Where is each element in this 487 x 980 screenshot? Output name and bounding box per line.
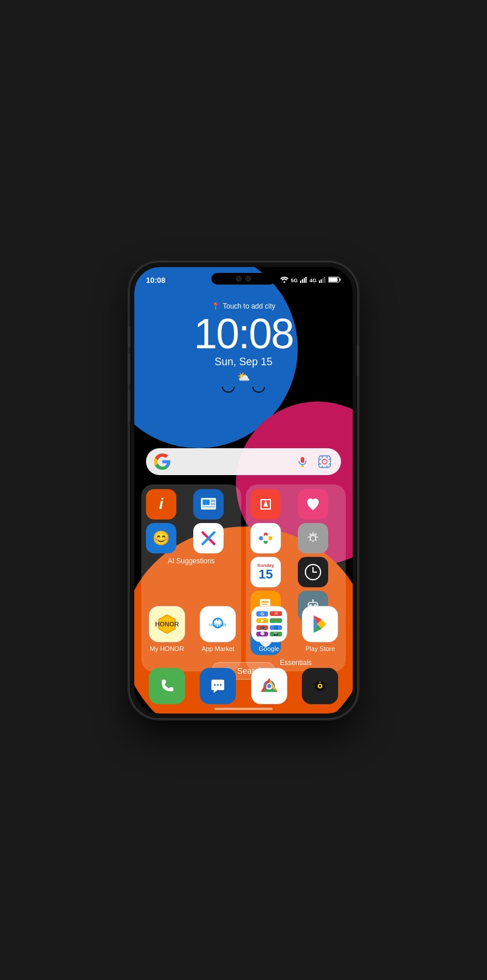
svg-rect-1 — [302, 279, 303, 283]
app-play-store[interactable]: Play Store — [299, 606, 341, 652]
google-logo — [154, 453, 171, 470]
mute-button — [128, 327, 130, 348]
clock-widget[interactable]: 📍 Touch to add city 10:08 Sun, Sep 15 ⛅ — [134, 302, 353, 393]
eye-right — [252, 387, 265, 393]
app-health-icon[interactable] — [298, 489, 328, 520]
app-weather-chat-icon[interactable]: 😊 — [146, 523, 176, 553]
app-calendar-icon[interactable]: Sunday 15 — [251, 557, 281, 587]
svg-rect-7 — [324, 277, 325, 283]
svg-point-30 — [311, 536, 315, 541]
clock-time: 10:08 — [194, 313, 293, 355]
app-brush-icon[interactable] — [251, 489, 281, 520]
camera-notch — [211, 273, 276, 285]
svg-rect-36 — [262, 604, 267, 605]
svg-rect-3 — [305, 277, 307, 283]
app-play-store-icon[interactable] — [302, 606, 338, 642]
lens-icon[interactable] — [316, 453, 333, 470]
google-search-bar[interactable] — [146, 448, 341, 475]
app-settings-icon[interactable] — [298, 523, 328, 553]
svg-point-27 — [259, 536, 263, 540]
status-time: 10:08 — [146, 276, 165, 285]
svg-text:HONOR: HONOR — [209, 622, 227, 628]
app-market[interactable]: HONOR App Market — [197, 606, 239, 652]
svg-rect-13 — [319, 456, 331, 468]
app-google[interactable]: G ✉ ▶ 📍 📺 🔵 💬 📸 Google — [248, 606, 290, 652]
volume-down-button — [128, 390, 130, 422]
app-my-honor-icon[interactable]: HONOR — [149, 606, 185, 642]
battery-icon — [328, 276, 341, 284]
svg-rect-0 — [300, 281, 301, 283]
dock-chrome[interactable] — [251, 668, 287, 704]
svg-rect-2 — [304, 278, 305, 283]
weather-icon: ⛅ — [237, 370, 250, 383]
svg-point-25 — [269, 536, 273, 540]
svg-point-62 — [267, 684, 271, 688]
clock-location[interactable]: 📍 Touch to add city — [211, 302, 275, 310]
svg-line-48 — [215, 619, 215, 621]
4g-icon: 4G — [309, 278, 316, 283]
app-market-icon[interactable]: HONOR — [200, 606, 236, 642]
app-info-icon[interactable]: i — [146, 489, 176, 520]
home-indicator — [214, 708, 273, 710]
power-button — [357, 344, 359, 376]
dock-music[interactable] — [302, 668, 338, 704]
svg-rect-17 — [211, 500, 215, 502]
dock — [141, 668, 346, 704]
folder-ai-label: AI Suggestions — [146, 557, 236, 565]
svg-rect-4 — [319, 281, 320, 283]
signal-icon — [300, 276, 307, 284]
svg-line-49 — [220, 619, 221, 621]
apps-row: HONOR My HONOR HONOR — [141, 606, 346, 652]
wifi-icon — [280, 276, 288, 284]
app-play-store-label: Play Store — [305, 645, 335, 652]
face-decoration — [222, 387, 265, 393]
svg-rect-9 — [340, 279, 341, 281]
clock-weather: ⛅ — [237, 370, 250, 383]
svg-point-57 — [217, 684, 219, 685]
folder-ai-grid: i — [146, 489, 236, 553]
camera-dot-right — [245, 276, 251, 282]
app-photos-icon[interactable] — [251, 523, 281, 553]
app-google-icon[interactable]: G ✉ ▶ 📍 📺 🔵 💬 📸 — [251, 606, 287, 642]
app-google-label: Google — [259, 645, 279, 652]
svg-point-67 — [319, 681, 321, 683]
svg-point-66 — [319, 685, 321, 687]
camera-dot-left — [236, 276, 242, 282]
app-slides-icon[interactable] — [193, 489, 224, 520]
phone-screen: 10:08 5G 4G — [134, 267, 353, 714]
svg-rect-35 — [262, 601, 269, 602]
dock-messages[interactable] — [200, 668, 236, 704]
dock-phone[interactable] — [149, 668, 185, 704]
svg-rect-16 — [203, 500, 210, 505]
app-my-honor[interactable]: HONOR My HONOR — [146, 606, 188, 652]
app-clock-icon[interactable] — [298, 557, 328, 587]
svg-rect-6 — [322, 278, 323, 283]
phone-frame: 10:08 5G 4G — [130, 262, 357, 718]
svg-rect-10 — [329, 278, 338, 282]
homescreen: 10:08 5G 4G — [134, 267, 353, 714]
mic-icon[interactable] — [294, 453, 311, 470]
svg-rect-5 — [321, 279, 322, 283]
svg-rect-18 — [211, 503, 215, 505]
location-icon: 📍 — [211, 302, 220, 310]
svg-point-14 — [322, 459, 327, 464]
volume-up-button — [128, 353, 130, 385]
svg-point-28 — [263, 535, 269, 541]
location-label: Touch to add city — [222, 302, 275, 310]
svg-point-56 — [214, 684, 216, 685]
5g-icon: 5G — [291, 278, 298, 283]
app-market-label: App Market — [201, 645, 234, 652]
svg-text:HONOR: HONOR — [155, 621, 179, 628]
app-mirror-icon[interactable] — [193, 523, 224, 553]
status-icons: 5G 4G — [280, 276, 341, 284]
signal2-icon — [319, 276, 326, 284]
app-my-honor-label: My HONOR — [149, 645, 184, 652]
eye-left — [222, 387, 235, 393]
svg-rect-19 — [203, 506, 215, 507]
svg-point-43 — [312, 599, 314, 601]
svg-point-58 — [220, 684, 222, 685]
clock-date: Sun, Sep 15 — [214, 356, 272, 368]
